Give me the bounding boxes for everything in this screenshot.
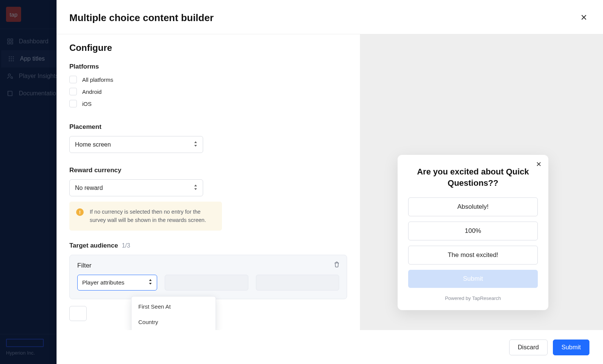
close-icon[interactable]: ✕ <box>536 160 542 168</box>
target-audience-count: 1/3 <box>122 242 130 249</box>
reward-warning-alert: ! If no currency is selected then no ent… <box>69 202 222 231</box>
select-value: Player attributes <box>82 279 124 286</box>
discard-button[interactable]: Discard <box>509 340 548 355</box>
section-title: Configure <box>69 43 347 53</box>
add-filter-button[interactable] <box>69 306 87 321</box>
select-value: Home screen <box>75 141 111 148</box>
checkbox-label: All platforms <box>82 76 113 83</box>
modal-header: Multiple choice content builder ✕ <box>57 0 603 34</box>
content-builder-modal: Multiple choice content builder ✕ Config… <box>57 0 603 364</box>
reward-select[interactable]: No reward <box>69 179 203 196</box>
reward-label: Reward currency <box>69 167 347 174</box>
trash-icon[interactable] <box>334 261 340 269</box>
attribute-dropdown: First Seen At Country <box>131 296 216 330</box>
placement-select[interactable]: Home screen <box>69 136 203 153</box>
checkbox-android[interactable]: Android <box>69 88 347 95</box>
preview-submit-button[interactable]: Submit <box>408 270 538 288</box>
chevron-updown-icon <box>194 185 197 191</box>
modal-footer: Discard Submit <box>57 330 603 364</box>
warning-icon: ! <box>76 208 84 216</box>
dropdown-option-first-seen-at[interactable]: First Seen At <box>132 299 216 314</box>
preview-option[interactable]: 100% <box>408 222 538 240</box>
filter-card: Filter Player attributes <box>69 255 347 299</box>
preview-option[interactable]: The most excited! <box>408 246 538 265</box>
checkbox-ios[interactable]: iOS <box>69 100 347 107</box>
preview-option[interactable]: Absolutely! <box>408 197 538 216</box>
configure-form: Configure Platforms All platforms Androi… <box>57 34 360 330</box>
submit-button[interactable]: Submit <box>553 340 589 355</box>
checkbox-icon[interactable] <box>69 100 77 107</box>
platforms-label: Platforms <box>69 63 347 70</box>
close-icon[interactable]: ✕ <box>577 11 590 24</box>
preview-powered-by: Powered by TapResearch <box>408 295 538 301</box>
checkbox-icon[interactable] <box>69 88 77 95</box>
modal-title: Multiple choice content builder <box>69 12 214 24</box>
placement-label: Placement <box>69 123 347 131</box>
preview-card: ✕ Are you excited about Quick Questions?… <box>398 155 548 310</box>
chevron-updown-icon <box>194 141 197 148</box>
filter-operator-select[interactable] <box>165 275 248 291</box>
dropdown-option-country[interactable]: Country <box>132 314 216 330</box>
preview-pane: ✕ Are you excited about Quick Questions?… <box>360 34 603 330</box>
filter-title: Filter <box>77 262 339 269</box>
target-audience-label: Target audience <box>69 242 118 249</box>
filter-attribute-select[interactable]: Player attributes <box>77 275 157 291</box>
checkbox-icon[interactable] <box>69 76 77 83</box>
checkbox-label: iOS <box>82 101 92 107</box>
preview-question: Are you excited about Quick Questions?? <box>408 166 538 188</box>
checkbox-all-platforms[interactable]: All platforms <box>69 76 347 83</box>
alert-text: If no currency is selected then no entry… <box>90 208 215 225</box>
filter-value-select[interactable] <box>256 275 339 291</box>
checkbox-label: Android <box>82 89 102 95</box>
chevron-updown-icon <box>148 279 152 286</box>
select-value: No reward <box>75 185 103 191</box>
